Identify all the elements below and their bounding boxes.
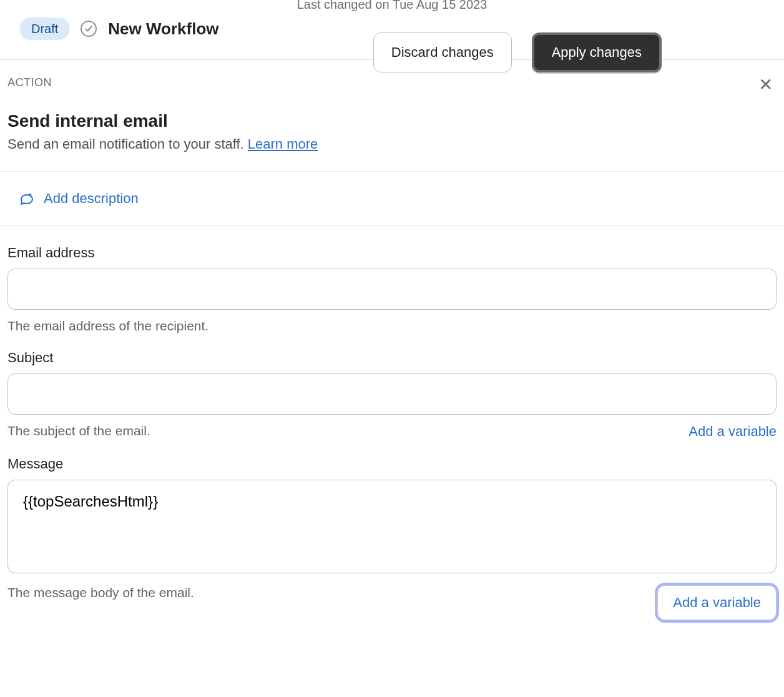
close-icon[interactable]: ✕ <box>755 76 777 94</box>
discard-changes-button[interactable]: Discard changes <box>373 32 512 72</box>
learn-more-link[interactable]: Learn more <box>248 136 318 152</box>
email-help-text: The email address of the recipient. <box>7 319 208 334</box>
panel-subtitle-text: Send an email notification to your staff… <box>7 136 248 152</box>
message-field-group: Message The message body of the email. A… <box>7 456 777 620</box>
panel-title: Send internal email <box>0 111 784 131</box>
message-add-variable-button[interactable]: Add a variable <box>657 585 777 620</box>
panel-subtitle: Send an email notification to your staff… <box>0 136 784 172</box>
draft-badge: Draft <box>20 17 69 40</box>
header-left: Draft New Workflow <box>20 17 219 40</box>
subject-add-variable-link[interactable]: Add a variable <box>688 423 777 440</box>
last-changed-text: Last changed on Tue Aug 15 2023 <box>297 0 488 12</box>
subject-label: Subject <box>7 350 777 366</box>
email-field-group: Email address The email address of the r… <box>7 245 777 334</box>
header-actions: Discard changes Apply changes <box>373 32 662 72</box>
action-kicker: ACTION <box>7 76 52 89</box>
status-check-icon <box>81 21 97 37</box>
description-icon <box>19 190 35 207</box>
subject-input[interactable] <box>7 373 777 415</box>
email-label: Email address <box>7 245 777 261</box>
fields-section: Email address The email address of the r… <box>0 226 784 643</box>
add-description-button[interactable]: Add description <box>0 172 784 226</box>
subject-field-group: Subject The subject of the email. Add a … <box>7 350 777 440</box>
action-panel: ACTION ✕ Send internal email Send an ema… <box>0 60 784 643</box>
apply-changes-button[interactable]: Apply changes <box>532 32 662 72</box>
add-description-label: Add description <box>44 190 139 207</box>
message-textarea[interactable] <box>7 480 777 573</box>
workflow-title: New Workflow <box>108 19 218 39</box>
header-bar: Last changed on Tue Aug 15 2023 Draft Ne… <box>0 0 784 60</box>
subject-help-text: The subject of the email. <box>7 423 150 438</box>
message-label: Message <box>7 456 777 472</box>
message-help-text: The message body of the email. <box>7 585 194 600</box>
email-input[interactable] <box>7 269 777 310</box>
